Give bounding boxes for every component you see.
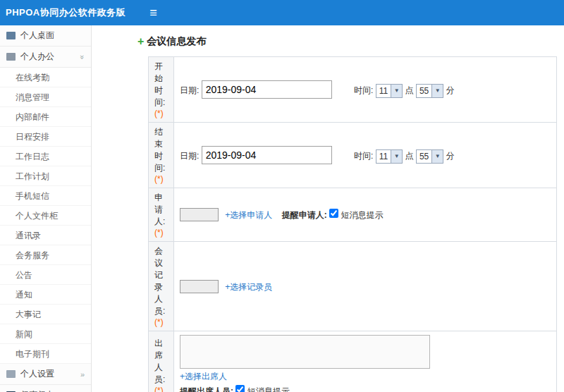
sidebar-item-message-management[interactable]: 消息管理	[0, 87, 91, 107]
sidebar-item-work-plan[interactable]: 工作计划	[0, 166, 91, 186]
field-label: 开始时间:	[154, 61, 165, 107]
sidebar-item-events[interactable]: 大事记	[0, 305, 91, 324]
start-date-input[interactable]	[202, 80, 332, 99]
attendees-textarea[interactable]	[180, 335, 430, 369]
sidebar-item-news[interactable]: 新闻	[0, 324, 91, 344]
start-hour-select[interactable]: 11▼	[376, 84, 403, 98]
sidebar-item-personal-office[interactable]: 个人办公 »	[0, 47, 91, 68]
remind-attendees-label: 提醒出席人员:	[180, 386, 233, 392]
sidebar-item-contacts[interactable]: 通讯录	[0, 226, 91, 245]
form-row-start-time: 开始时间: (*) 日期: 时间: 11▼ 点 55▼ 分	[149, 57, 557, 123]
chevron-down-icon: »	[78, 54, 87, 59]
time-label: 时间:	[354, 85, 373, 95]
sidebar-item-schedule[interactable]: 日程安排	[0, 127, 91, 147]
hamburger-menu-icon[interactable]: ≡	[149, 6, 157, 19]
time-label: 时间:	[354, 151, 373, 161]
remind-applicant-label: 提醒申请人:	[282, 210, 327, 220]
required-mark: (*)	[154, 386, 164, 392]
select-recorder-link[interactable]: +选择记录员	[225, 282, 272, 292]
app-header: PHPOA协同办公软件政务版 ≡	[0, 0, 564, 25]
dropdown-arrow-icon: ▼	[431, 85, 443, 97]
required-mark: (*)	[154, 174, 164, 184]
sidebar-item-internal-mail[interactable]: 内部邮件	[0, 107, 91, 127]
minute-unit-label: 分	[446, 85, 455, 95]
app-window: PHPOA协同办公软件政务版 ≡ 个人桌面 个人办公 » 在线考勤 消息管理 内…	[0, 0, 564, 392]
form-row-attendees: 出席人员: (*) +选择出席人 提醒出席人员: 短消息提示	[149, 331, 557, 392]
hour-unit-label: 点	[405, 151, 414, 161]
sidebar-item-label: 个人办公	[20, 51, 54, 63]
sidebar-item-conference-service[interactable]: 会务服务	[0, 245, 91, 265]
end-minute-select[interactable]: 55▼	[416, 149, 443, 164]
sidebar-item-desktop[interactable]: 个人桌面	[0, 25, 91, 47]
sms-hint-label: 短消息提示	[341, 210, 383, 220]
sidebar-item-e-journal[interactable]: 电子期刊	[0, 344, 91, 364]
applicant-input[interactable]	[180, 208, 219, 221]
sidebar-item-work-log[interactable]: 工作日志	[0, 147, 91, 166]
form-row-end-time: 结束时间: (*) 日期: 时间: 11▼ 点 55▼ 分	[149, 123, 557, 188]
gear-icon	[6, 370, 16, 378]
sidebar-item-online-attendance[interactable]: 在线考勤	[0, 68, 91, 87]
required-mark: (*)	[154, 228, 164, 238]
dropdown-arrow-icon: ▼	[431, 150, 443, 163]
select-attendees-link[interactable]: +选择出席人	[180, 372, 227, 381]
form-row-recorder: 会议记录人员: (*) +选择记录员	[149, 242, 557, 331]
required-mark: (*)	[154, 109, 164, 118]
meeting-form: 开始时间: (*) 日期: 时间: 11▼ 点 55▼ 分	[148, 56, 557, 392]
sidebar-submenu: 在线考勤 消息管理 内部邮件 日程安排 工作日志 工作计划 手机短信 个人文件柜…	[0, 68, 91, 364]
page-title-text: 会议信息发布	[147, 35, 206, 48]
sidebar-item-label: 督查督办	[20, 389, 54, 392]
briefcase-icon	[6, 53, 16, 61]
add-icon: +	[137, 36, 144, 47]
sidebar-item-mobile-sms[interactable]: 手机短信	[0, 186, 91, 206]
sms-hint-label: 短消息提示	[247, 386, 290, 392]
required-mark: (*)	[154, 317, 164, 327]
dropdown-arrow-icon: ▼	[391, 85, 402, 97]
field-label: 申请人:	[154, 192, 165, 226]
sidebar: 个人桌面 个人办公 » 在线考勤 消息管理 内部邮件 日程安排 工作日志 工作计…	[0, 25, 92, 392]
main-content: + 会议信息发布 开始时间: (*) 日期: 时间: 11▼ 点	[92, 25, 564, 392]
attendees-sms-checkbox[interactable]	[235, 385, 245, 392]
desktop-icon	[6, 32, 16, 39]
sidebar-item-notice[interactable]: 通知	[0, 285, 91, 305]
start-minute-select[interactable]: 55▼	[416, 84, 443, 98]
sidebar-item-label: 个人桌面	[20, 30, 54, 42]
app-title: PHPOA协同办公软件政务版	[6, 6, 125, 19]
recorder-input[interactable]	[180, 280, 219, 293]
chevron-right-icon: »	[80, 370, 85, 379]
sidebar-item-announcement[interactable]: 公告	[0, 265, 91, 285]
date-label: 日期:	[180, 151, 199, 161]
dropdown-arrow-icon: ▼	[391, 150, 402, 163]
field-label: 结束时间:	[154, 127, 165, 173]
applicant-sms-checkbox[interactable]	[329, 209, 338, 218]
sidebar-item-supervision[interactable]: 督查督办 »	[0, 385, 91, 392]
hour-unit-label: 点	[405, 85, 414, 95]
select-applicant-link[interactable]: +选择申请人	[225, 210, 272, 220]
form-row-applicant: 申请人: (*) +选择申请人 提醒申请人: 短消息提示	[149, 188, 557, 242]
sidebar-item-file-cabinet[interactable]: 个人文件柜	[0, 206, 91, 226]
page-title: + 会议信息发布	[137, 35, 558, 48]
sidebar-item-personal-settings[interactable]: 个人设置 »	[0, 364, 91, 385]
field-label: 出席人员:	[154, 338, 165, 384]
field-label: 会议记录人员:	[154, 246, 165, 316]
minute-unit-label: 分	[446, 151, 455, 161]
date-label: 日期:	[180, 85, 199, 95]
sidebar-item-label: 个人设置	[20, 368, 54, 380]
end-hour-select[interactable]: 11▼	[376, 149, 403, 164]
end-date-input[interactable]	[202, 146, 332, 164]
